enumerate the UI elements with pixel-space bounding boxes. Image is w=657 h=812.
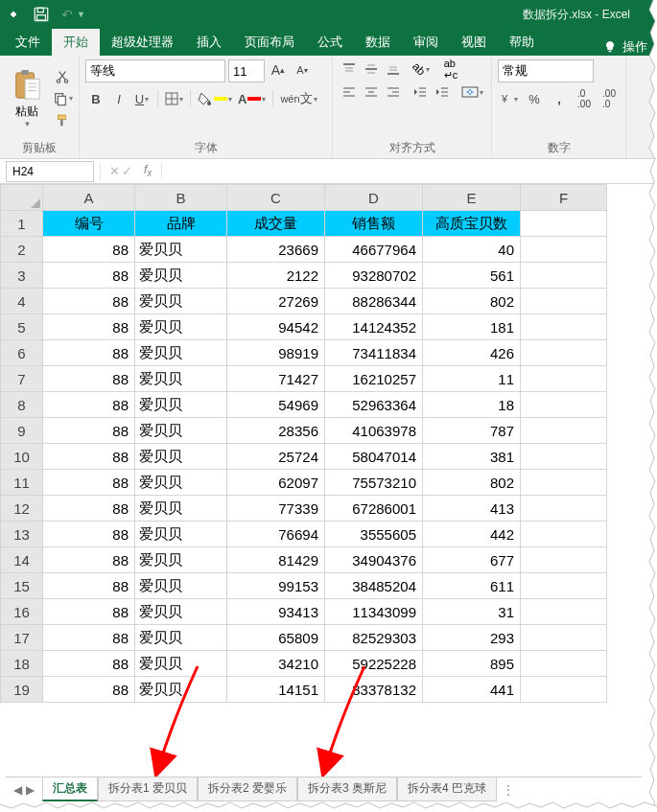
cell[interactable]: 88 xyxy=(43,599,135,625)
align-left-button[interactable] xyxy=(339,82,360,102)
row-header-5[interactable]: 5 xyxy=(1,314,43,340)
paste-button[interactable]: 粘贴 ▼ xyxy=(6,69,48,128)
merge-button[interactable]: ▾ xyxy=(458,82,485,102)
cell[interactable]: 802 xyxy=(423,289,521,314)
wrap-text-button[interactable]: ab↵c xyxy=(437,59,464,79)
bold-button[interactable]: B xyxy=(85,88,106,109)
cell[interactable]: 38485204 xyxy=(325,573,423,599)
cell[interactable]: 18 xyxy=(423,392,521,418)
sheet-tab-2[interactable]: 拆分表2 爱婴乐 xyxy=(198,777,297,801)
cell[interactable]: 88 xyxy=(43,340,135,366)
sheet-tab-4[interactable]: 拆分表4 巴克球 xyxy=(397,777,497,801)
cell[interactable]: 181 xyxy=(423,314,521,340)
cell[interactable]: 88 xyxy=(43,444,135,470)
cell[interactable]: 88 xyxy=(43,677,135,703)
name-box[interactable] xyxy=(6,161,94,182)
cell[interactable] xyxy=(521,237,607,263)
font-size-select[interactable] xyxy=(228,59,265,82)
row-header-3[interactable]: 3 xyxy=(1,263,43,289)
cell[interactable]: 23669 xyxy=(227,237,325,263)
cell[interactable]: 88 xyxy=(43,289,135,314)
phonetic-button[interactable]: wén文▾ xyxy=(278,88,318,109)
cell[interactable]: 65809 xyxy=(227,625,325,651)
cell[interactable]: 40 xyxy=(423,237,521,263)
cell[interactable]: 爱贝贝 xyxy=(135,496,227,522)
cell[interactable]: 88 xyxy=(43,522,135,547)
undo-icon[interactable]: ↶ xyxy=(61,7,73,22)
cell[interactable]: 爱贝贝 xyxy=(135,444,227,470)
cell[interactable]: 88 xyxy=(43,651,135,677)
cancel-formula-icon[interactable]: ✕ xyxy=(109,164,120,178)
row-header-2[interactable]: 2 xyxy=(1,237,43,263)
col-header-C[interactable]: C xyxy=(227,185,325,211)
sheet-tab-0[interactable]: 汇总表 xyxy=(42,777,98,801)
cell[interactable]: 88 xyxy=(43,392,135,418)
row-header-4[interactable]: 4 xyxy=(1,289,43,314)
cell[interactable]: 442 xyxy=(423,522,521,547)
cell[interactable]: 3555605 xyxy=(325,522,423,547)
row-header-8[interactable]: 8 xyxy=(1,392,43,418)
cell[interactable] xyxy=(521,392,607,418)
cell[interactable]: 94542 xyxy=(227,314,325,340)
cell[interactable]: 爱贝贝 xyxy=(135,547,227,573)
cell[interactable]: 88 xyxy=(43,496,135,522)
row-header-18[interactable]: 18 xyxy=(1,651,43,677)
cell[interactable]: 爱贝贝 xyxy=(135,522,227,547)
select-all-cell[interactable] xyxy=(1,185,43,211)
decrease-indent-button[interactable] xyxy=(411,82,432,102)
align-middle-button[interactable] xyxy=(361,59,382,79)
cell[interactable]: 爱贝贝 xyxy=(135,289,227,314)
increase-indent-button[interactable] xyxy=(432,82,453,102)
cell[interactable]: 11343099 xyxy=(325,599,423,625)
font-color-button[interactable]: A▾ xyxy=(236,88,268,109)
cell[interactable]: 77339 xyxy=(227,496,325,522)
cell[interactable] xyxy=(521,599,607,625)
fx-icon[interactable]: fx xyxy=(138,163,162,178)
cell[interactable]: 895 xyxy=(423,651,521,677)
tab-file[interactable]: 文件 xyxy=(4,29,52,56)
decrease-font-button[interactable]: A▾ xyxy=(292,59,313,81)
increase-font-button[interactable]: A▴ xyxy=(268,59,289,81)
tab-data[interactable]: 数据 xyxy=(354,29,402,56)
format-painter-button[interactable] xyxy=(52,111,73,130)
font-name-select[interactable] xyxy=(85,59,225,82)
cell[interactable] xyxy=(521,470,607,496)
cell[interactable]: 677 xyxy=(423,547,521,573)
cell[interactable]: 11 xyxy=(423,366,521,392)
cell[interactable]: 爱贝贝 xyxy=(135,599,227,625)
align-top-button[interactable] xyxy=(339,59,360,79)
tab-view[interactable]: 视图 xyxy=(450,29,498,56)
cell[interactable]: 28356 xyxy=(227,418,325,444)
cell[interactable]: 441 xyxy=(423,677,521,703)
cell[interactable]: 88 xyxy=(43,366,135,392)
currency-button[interactable]: ¥▾ xyxy=(498,88,520,109)
tab-home[interactable]: 开始 xyxy=(52,29,100,56)
col-header-A[interactable]: A xyxy=(43,185,135,211)
spreadsheet-grid[interactable]: ABCDEF1编号品牌成交量销售额高质宝贝数288爱贝贝236694667796… xyxy=(0,184,657,703)
cell[interactable]: 25724 xyxy=(227,444,325,470)
cell[interactable]: 75573210 xyxy=(325,470,423,496)
increase-decimal-button[interactable]: .0.00 xyxy=(574,88,595,109)
save-icon[interactable] xyxy=(33,6,50,23)
row-header-1[interactable]: 1 xyxy=(1,211,43,237)
cell[interactable]: 52963364 xyxy=(325,392,423,418)
table-header-cell[interactable]: 编号 xyxy=(43,211,135,237)
cell[interactable]: 58047014 xyxy=(325,444,423,470)
cell[interactable]: 561 xyxy=(423,263,521,289)
row-header-12[interactable]: 12 xyxy=(1,496,43,522)
cell[interactable]: 88 xyxy=(43,237,135,263)
cell[interactable]: 46677964 xyxy=(325,237,423,263)
cell[interactable]: 67286001 xyxy=(325,496,423,522)
cell[interactable] xyxy=(521,263,607,289)
sheet-tab-3[interactable]: 拆分表3 奥斯尼 xyxy=(297,777,397,801)
sheet-nav-next[interactable]: ▶ xyxy=(26,783,35,797)
paste-dropdown[interactable]: ▼ xyxy=(23,120,32,128)
cell[interactable]: 88 xyxy=(43,263,135,289)
table-header-cell[interactable]: 高质宝贝数 xyxy=(423,211,521,237)
cell[interactable] xyxy=(521,444,607,470)
formula-input[interactable] xyxy=(168,161,657,182)
row-header-15[interactable]: 15 xyxy=(1,573,43,599)
cell[interactable] xyxy=(521,340,607,366)
decrease-decimal-button[interactable]: .00.0 xyxy=(598,88,620,109)
cell[interactable] xyxy=(521,211,607,237)
